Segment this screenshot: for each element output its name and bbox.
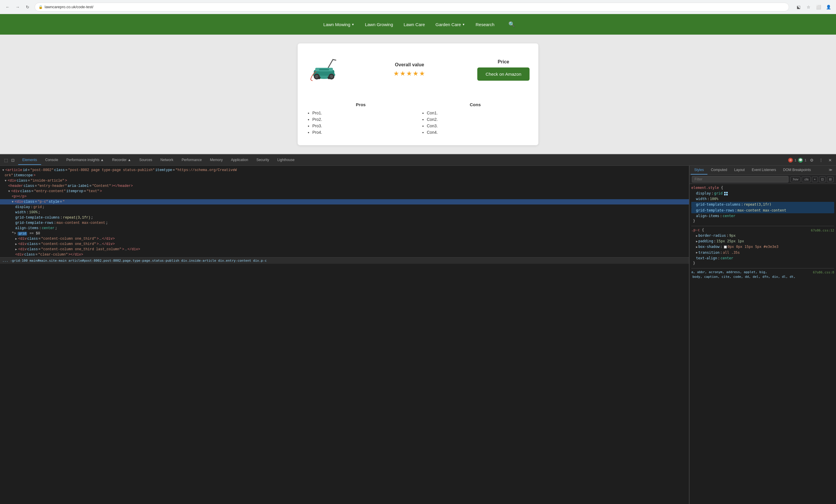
element-line-entry-content[interactable]: <div class="entry-content" itemprop="tex… [0,189,689,194]
search-icon[interactable]: 🔍 [506,18,518,31]
chevron-down-icon: ▼ [352,23,354,26]
cons-heading: Cons [421,102,530,107]
expand-icon-3[interactable] [8,190,10,193]
styles-tab-more[interactable]: ≫ [826,166,835,175]
browser-chrome: ← → ↻ 🔒 lawncarepro.co.uk/code-test/ ⬕ ☆… [0,0,836,14]
svg-line-3 [333,60,336,60]
element-line-p-c-close[interactable]: "> grid == $0 [0,231,689,236]
pros-cons-section: Pros Pro1. Pro2. Pro3. Pro4. Cons Con1. … [306,102,530,136]
tab-elements[interactable]: Elements [18,155,41,165]
expand-icon[interactable] [2,169,4,172]
style-close-brace: } [691,219,834,223]
element-style-width: width: 100%; [0,210,689,215]
devtools-inspect-button[interactable]: ⬚ [2,157,10,164]
browser-actions: ⬕ ☆ ⬜ 👤 [794,3,833,11]
element-line-col3[interactable]: <div class="content-column one_third las… [0,247,689,252]
nav-item-research[interactable]: Research [470,19,500,30]
styles-content: element.style { display : grid [689,184,836,504]
element-line-clear-col[interactable]: <div class="clear-column" ></div> [0,252,689,257]
tab-security[interactable]: Security [252,155,273,165]
breadcrumb-text: ... -grid-100 main#main.site-main articl… [2,259,267,263]
tab-network[interactable]: Network [156,155,177,165]
tab-performance-insights[interactable]: Performance insights ▲ [62,155,108,165]
devtools-close-button[interactable]: ✕ [826,157,834,164]
expand-icon-2[interactable] [5,179,6,182]
tab-performance[interactable]: Performance [177,155,206,165]
filter-toggle-button[interactable]: ⊟ [827,177,834,182]
expand-icon-7[interactable] [15,248,17,251]
devtools-panel: ⬚ ⊡ Elements Console Performance insight… [0,154,836,504]
element-line-article[interactable]: <article id="post-8002" class="post-8002… [0,168,689,173]
element-line-itemscope[interactable]: ork" itemscope> [0,173,689,178]
style-prop-box-shadow: ▶ box-shadow : 0px 0px 15px 5px #e3e3e3 [691,244,834,250]
devtools-responsive-button[interactable]: ⊡ [10,157,16,164]
expand-arrow-padding[interactable]: ▶ [696,239,698,244]
price-label: Price [477,59,530,64]
element-line-inside-article[interactable]: <div class="inside-article" > [0,178,689,183]
styles-filter-input[interactable] [692,176,788,182]
styles-panel: Styles Computed Layout Event Listeners D… [689,166,836,504]
svg-rect-11 [319,69,329,71]
warn-count: 1 [804,158,806,162]
nav-item-lawn-care[interactable]: Lawn Care [398,19,430,30]
nav-item-garden-care[interactable]: Garden Care ▼ [430,19,471,30]
filter-hov-button[interactable]: :hov [790,177,800,182]
cast-button[interactable]: ⬕ [794,3,802,11]
filter-cls-button[interactable]: .cls [802,177,811,182]
tab-sources[interactable]: Sources [135,155,156,165]
styles-tab-layout[interactable]: Layout [730,166,748,175]
nav-item-lawn-mowing[interactable]: Lawn Mowing ▼ [318,19,360,30]
element-style-display: display: grid; [0,205,689,210]
color-swatch-e3e3e3 [724,246,727,249]
profile-button[interactable]: 👤 [824,3,833,11]
element-line-col2[interactable]: <div class="content-column one_third" >…… [0,241,689,247]
element-line-p[interactable]: <p></p> [0,194,689,199]
tab-lighthouse[interactable]: Lighthouse [273,155,299,165]
element-line-col1[interactable]: <div class="content-column one_third" >…… [0,236,689,241]
svg-point-8 [318,76,321,79]
element-line-div-p-c[interactable]: <div class="p-c" style=" [0,199,689,205]
back-button[interactable]: ← [3,3,12,11]
pros-section: Pros Pro1. Pro2. Pro3. Pro4. [306,102,415,136]
reload-button[interactable]: ↻ [23,3,32,11]
tab-recorder[interactable]: Recorder ▲ [108,155,135,165]
devtools-settings-button[interactable]: ⚙ [808,157,815,164]
styles-filter-bar: :hov .cls + ⊡ ⊟ [689,175,836,184]
expand-arrow-border-radius[interactable]: ▶ [696,234,698,238]
svg-point-9 [328,76,330,79]
grid-badge: grid [18,232,27,236]
styles-tab-dom-breakpoints[interactable]: DOM Breakpoints [780,166,815,175]
tab-memory[interactable]: Memory [206,155,227,165]
product-price: Price Check on Amazon [477,59,530,81]
product-image [306,52,342,88]
expand-icon-6[interactable] [15,242,17,246]
style-prop-display: display : grid [691,191,834,196]
nav-item-lawn-growing[interactable]: Lawn Growing [360,19,398,30]
devtools-more-button[interactable]: ⋮ [817,157,825,164]
tab-console[interactable]: Console [41,155,62,165]
amazon-check-button[interactable]: Check on Amazon [477,67,530,81]
styles-tab-computed[interactable]: Computed [707,166,730,175]
bookmark-button[interactable]: ☆ [804,3,813,11]
error-count: 1 [795,158,796,162]
devtools-tab-bar: ⬚ ⊡ Elements Console Performance insight… [0,155,836,166]
tab-application[interactable]: Application [227,155,252,165]
address-bar[interactable]: 🔒 lawncarepro.co.uk/code-test/ [35,3,789,12]
styles-tab-event-listeners[interactable]: Event Listeners [748,166,780,175]
elements-panel: <article id="post-8002" class="post-8002… [0,166,689,504]
p-c-selector: .p-c { [691,228,704,232]
filter-computed-style-button[interactable]: ⊡ [819,177,826,182]
expand-icon-5[interactable] [15,237,17,240]
element-line-header[interactable]: <header class="entry-header" aria-label=… [0,183,689,189]
styles-tab-styles[interactable]: Styles [691,166,707,175]
cons-item-4: Con4. [427,130,530,135]
expand-icon-4[interactable] [12,200,14,203]
extensions-button[interactable]: ⬜ [814,3,822,11]
filter-add-button[interactable]: + [812,177,818,182]
expand-arrow-transition[interactable]: ▶ [696,250,698,255]
main-content: Overall value ★★★★★ Price Check on Amazo… [0,35,836,154]
forward-button[interactable]: → [14,3,22,11]
cons-item-3: Con3. [427,123,530,128]
product-overall-value: Overall value ★★★★★ [350,62,469,77]
expand-arrow-box-shadow[interactable]: ▶ [696,245,698,249]
